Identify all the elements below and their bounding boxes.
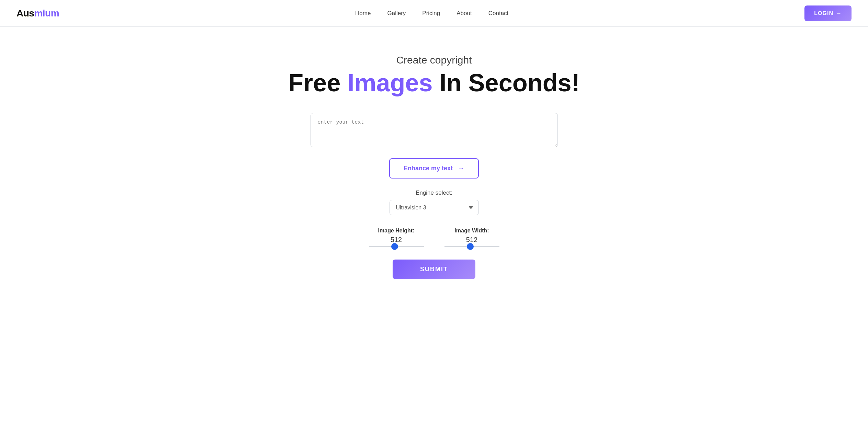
- enhance-arrow-icon: →: [458, 164, 464, 172]
- image-width-group: Image Width: 512: [444, 228, 499, 247]
- engine-select[interactable]: Ultravision 3 Ultravision 2 Ultravision …: [390, 200, 479, 215]
- logo[interactable]: Ausmium: [16, 8, 59, 19]
- nav-item-pricing[interactable]: Pricing: [422, 10, 440, 17]
- image-height-slider[interactable]: [369, 246, 424, 247]
- login-button[interactable]: LOGIN →: [804, 5, 852, 21]
- header: Ausmium Home Gallery Pricing About Conta…: [0, 0, 868, 27]
- enhance-button[interactable]: Enhance my text →: [389, 158, 479, 179]
- image-height-value: 512: [391, 236, 402, 244]
- submit-button-label: SUBMIT: [420, 266, 448, 273]
- engine-label: Engine select:: [416, 190, 452, 196]
- subtitle: Create copyright: [396, 54, 472, 66]
- headline-plain: Free: [288, 69, 347, 96]
- nav-item-gallery[interactable]: Gallery: [387, 10, 406, 17]
- nav-item-contact[interactable]: Contact: [488, 10, 509, 17]
- headline-plain2: In Seconds!: [433, 69, 580, 96]
- submit-button[interactable]: SUBMIT: [393, 260, 475, 279]
- image-width-label: Image Width:: [454, 228, 489, 234]
- dimensions-section: Image Height: 512 Image Width: 512: [369, 228, 499, 247]
- image-width-value: 512: [466, 236, 477, 244]
- image-width-slider[interactable]: [444, 246, 499, 247]
- logo-text-highlight: mium: [34, 8, 59, 19]
- main-nav: Home Gallery Pricing About Contact: [355, 10, 508, 17]
- prompt-textarea[interactable]: [311, 113, 558, 147]
- image-height-label: Image Height:: [378, 228, 415, 234]
- image-height-group: Image Height: 512: [369, 228, 424, 247]
- arrow-right-icon: →: [836, 10, 842, 16]
- main-content: Create copyright Free Images In Seconds!…: [0, 27, 868, 307]
- nav-item-home[interactable]: Home: [355, 10, 371, 17]
- enhance-button-label: Enhance my text: [404, 165, 453, 172]
- logo-text-plain: Aus: [16, 8, 34, 19]
- nav-item-about[interactable]: About: [456, 10, 472, 17]
- engine-section: Engine select: Ultravision 3 Ultravision…: [390, 190, 479, 215]
- headline: Free Images In Seconds!: [288, 69, 579, 96]
- headline-highlight: Images: [347, 69, 432, 96]
